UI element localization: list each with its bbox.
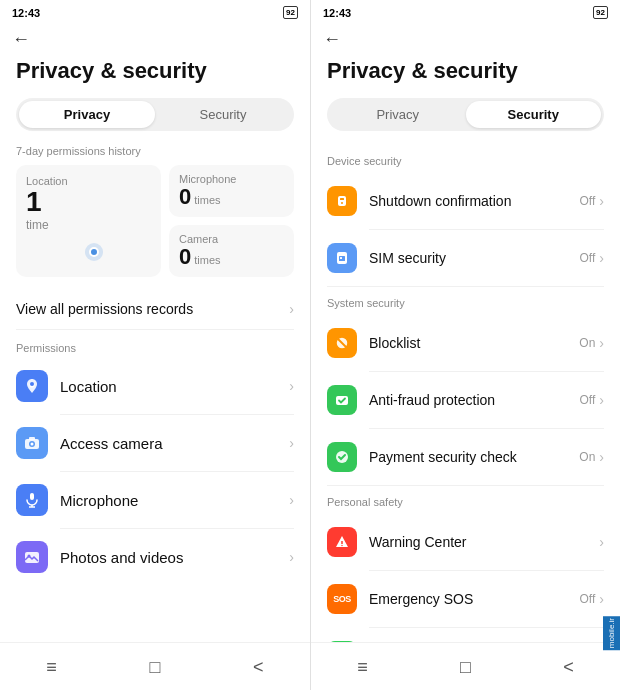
shutdown-label: Shutdown confirmation xyxy=(369,193,580,209)
right-cards: Microphone 0 times Camera 0 times xyxy=(169,165,294,277)
photos-chevron: › xyxy=(289,549,294,565)
svg-point-13 xyxy=(341,202,343,204)
sec-item-shutdown[interactable]: Shutdown confirmation Off › xyxy=(311,173,620,229)
camera-card[interactable]: Camera 0 times xyxy=(169,225,294,277)
location-card-count: 1 xyxy=(26,187,151,218)
back-button-right[interactable]: ← xyxy=(311,23,620,54)
payment-value: On xyxy=(579,450,595,464)
svg-rect-16 xyxy=(340,257,342,259)
perm-cards: Location 1 time Microphone 0 times xyxy=(16,165,294,277)
location-chevron: › xyxy=(289,378,294,394)
battery-icon-right: 92 xyxy=(593,6,608,19)
payment-chevron: › xyxy=(599,449,604,465)
camera-card-count: 0 xyxy=(179,245,191,269)
perm-history-section: 7-day permissions history Location 1 tim… xyxy=(0,145,310,289)
list-item-microphone[interactable]: Microphone › xyxy=(0,472,310,528)
svg-rect-5 xyxy=(29,437,35,440)
sim-icon xyxy=(327,243,357,273)
nav-home-left[interactable]: □ xyxy=(134,653,177,682)
warning-label: Warning Center xyxy=(369,534,595,550)
list-item-camera-label: Access camera xyxy=(60,435,289,452)
list-item-location-label: Location xyxy=(60,378,289,395)
sim-value: Off xyxy=(580,251,596,265)
list-item-photos-label: Photos and videos xyxy=(60,549,289,566)
tab-privacy-right[interactable]: Privacy xyxy=(330,101,466,128)
list-item-location[interactable]: Location › xyxy=(0,358,310,414)
location-card[interactable]: Location 1 time xyxy=(16,165,161,277)
sec-item-warning[interactable]: Warning Center › xyxy=(311,514,620,570)
warning-chevron: › xyxy=(599,534,604,550)
sos-label: Emergency SOS xyxy=(369,591,580,607)
view-all-chevron: › xyxy=(289,301,294,317)
tab-security-right[interactable]: Security xyxy=(466,101,602,128)
blocklist-chevron: › xyxy=(599,335,604,351)
list-item-camera[interactable]: Access camera › xyxy=(0,415,310,471)
page-title-left: Privacy & security xyxy=(0,54,310,98)
camera-card-unit: times xyxy=(194,254,220,266)
sec-item-blocklist[interactable]: Blocklist On › xyxy=(311,315,620,371)
battery-icon-left: 92 xyxy=(283,6,298,19)
blocklist-icon xyxy=(327,328,357,358)
nav-back-left[interactable]: < xyxy=(237,653,280,682)
blocklist-label: Blocklist xyxy=(369,335,579,351)
bottom-nav-left: ≡ □ < xyxy=(0,642,310,690)
camera-icon xyxy=(16,427,48,459)
nav-menu-left[interactable]: ≡ xyxy=(30,653,73,682)
warning-icon xyxy=(327,527,357,557)
status-bar-right: 12:43 92 xyxy=(311,0,620,23)
blocklist-value: On xyxy=(579,336,595,350)
device-security-label: Device security xyxy=(311,145,620,173)
microphone-card-title: Microphone xyxy=(179,173,284,185)
sos-icon: SOS xyxy=(327,584,357,614)
sos-chevron: › xyxy=(599,591,604,607)
photos-icon xyxy=(16,541,48,573)
svg-point-1 xyxy=(30,382,34,386)
location-map-dot xyxy=(89,247,99,257)
bottom-nav-right: ≡ □ < xyxy=(311,642,620,690)
status-icons-left: 92 xyxy=(283,6,298,19)
antifraud-icon xyxy=(327,385,357,415)
view-all-row[interactable]: View all permissions records › xyxy=(0,289,310,329)
sec-item-payment[interactable]: Payment security check On › xyxy=(311,429,620,485)
permissions-label: Permissions xyxy=(0,330,310,358)
microphone-icon xyxy=(16,484,48,516)
personal-safety-label: Personal safety xyxy=(311,486,620,514)
nav-back-right[interactable]: < xyxy=(547,653,590,682)
payment-icon xyxy=(327,442,357,472)
tab-bar-right: Privacy Security xyxy=(327,98,604,131)
antifraud-label: Anti-fraud protection xyxy=(369,392,580,408)
privacy-content: 7-day permissions history Location 1 tim… xyxy=(0,145,310,642)
sec-item-sos[interactable]: SOS Emergency SOS Off › xyxy=(311,571,620,627)
sec-item-antifraud[interactable]: Anti-fraud protection Off › xyxy=(311,372,620,428)
sos-value: Off xyxy=(580,592,596,606)
page-title-right: Privacy & security xyxy=(311,54,620,98)
back-button-left[interactable]: ← xyxy=(0,23,310,54)
sec-item-sim[interactable]: SIM security Off › xyxy=(311,230,620,286)
payment-label: Payment security check xyxy=(369,449,579,465)
nav-home-right[interactable]: □ xyxy=(444,653,487,682)
antifraud-value: Off xyxy=(580,393,596,407)
security-content: Device security Shutdown confirmation Of… xyxy=(311,145,620,642)
system-security-label: System security xyxy=(311,287,620,315)
antifraud-chevron: › xyxy=(599,392,604,408)
list-item-photos[interactable]: Photos and videos › xyxy=(0,529,310,585)
perm-history-label: 7-day permissions history xyxy=(16,145,294,157)
microphone-card-count: 0 xyxy=(179,185,191,209)
location-card-title: Location xyxy=(26,175,151,187)
location-card-unit: time xyxy=(26,218,151,232)
tab-bar-left: Privacy Security xyxy=(16,98,294,131)
nav-menu-right[interactable]: ≡ xyxy=(341,653,384,682)
tab-privacy[interactable]: Privacy xyxy=(19,101,155,128)
svg-rect-6 xyxy=(30,493,34,500)
sec-item-medical[interactable]: Medical card › xyxy=(311,628,620,642)
svg-rect-12 xyxy=(340,198,344,200)
shutdown-chevron: › xyxy=(599,193,604,209)
list-item-microphone-label: Microphone xyxy=(60,492,289,509)
sim-label: SIM security xyxy=(369,250,580,266)
microphone-chevron: › xyxy=(289,492,294,508)
microphone-card[interactable]: Microphone 0 times xyxy=(169,165,294,217)
time-right: 12:43 xyxy=(323,7,351,19)
status-icons-right: 92 xyxy=(593,6,608,19)
svg-rect-11 xyxy=(338,196,346,206)
tab-security-left[interactable]: Security xyxy=(155,101,291,128)
